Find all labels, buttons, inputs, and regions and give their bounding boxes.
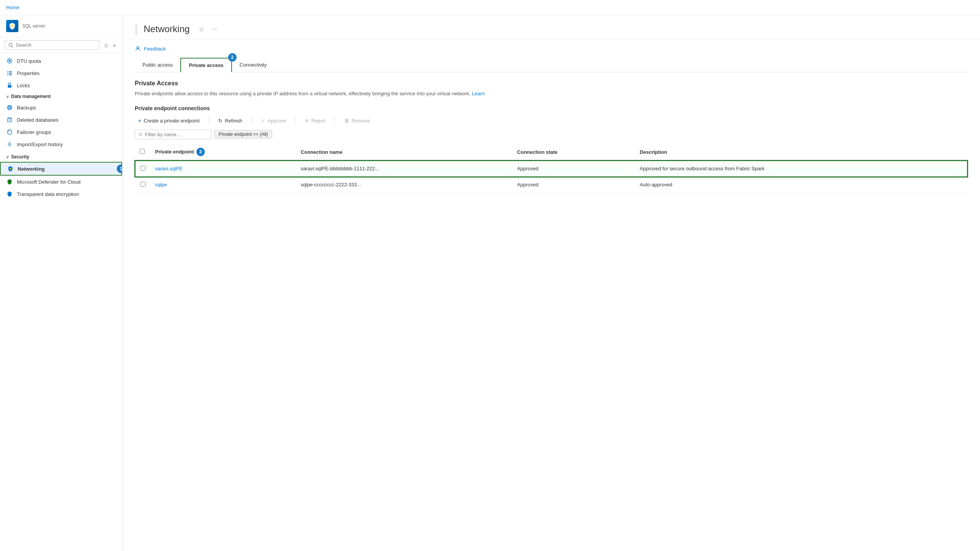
step-badge-3: 3 xyxy=(196,148,205,156)
approve-label: Approve xyxy=(268,118,286,124)
select-all-header[interactable] xyxy=(135,144,150,161)
deleted-databases-icon xyxy=(6,116,13,123)
toolbar-separator-4 xyxy=(335,117,335,125)
content-area: | Networking ☆ ··· Feedback Public acces… xyxy=(122,15,980,551)
sidebar-item-dtu-quota-label: DTU quota xyxy=(17,58,41,64)
collapse-button[interactable]: « xyxy=(111,41,118,50)
sidebar-item-deleted-databases[interactable]: Deleted databases xyxy=(0,114,122,126)
security-label: Security xyxy=(11,154,29,160)
plus-icon: + xyxy=(138,117,141,124)
svg-rect-7 xyxy=(7,74,8,75)
defender-icon xyxy=(6,178,13,185)
create-private-endpoint-button[interactable]: + Create a private endpoint xyxy=(135,116,203,126)
sidebar-item-transparent-encryption-label: Transparent data encryption xyxy=(17,191,79,197)
title-separator: | xyxy=(135,23,137,35)
column-connection-name: Connection name xyxy=(296,144,513,161)
sidebar-item-transparent-encryption[interactable]: Transparent data encryption xyxy=(0,188,122,200)
tab-private-access[interactable]: Private access 2 xyxy=(180,58,232,72)
sidebar-item-properties[interactable]: Properties xyxy=(0,67,122,79)
import-export-icon xyxy=(6,141,13,148)
approve-icon: ✓ xyxy=(261,118,265,124)
more-options-button[interactable]: ··· xyxy=(210,24,218,34)
remove-button[interactable]: 🗑 Remove xyxy=(341,116,373,125)
column-connection-state: Connection state xyxy=(513,144,635,161)
sidebar-item-failover-groups[interactable]: Failover groups xyxy=(0,126,122,138)
filter-search-box[interactable] xyxy=(135,130,211,139)
sidebar-item-locks[interactable]: Locks xyxy=(0,79,122,91)
dtu-icon xyxy=(6,57,13,64)
approve-button[interactable]: ✓ Approve xyxy=(258,116,289,125)
select-all-checkbox[interactable] xyxy=(140,149,145,154)
toolbar-separator-2 xyxy=(252,117,252,125)
remove-icon: 🗑 xyxy=(344,118,349,124)
sidebar: SQL server ◇ « DTU quota xyxy=(0,15,122,551)
row2-connection-name-cell: sqlpe-cccccccc-2222-333... xyxy=(296,177,513,193)
reject-label: Reject xyxy=(311,118,325,124)
sidebar-item-networking[interactable]: Networking 1 xyxy=(0,162,122,176)
locks-icon xyxy=(6,82,13,89)
svg-rect-6 xyxy=(7,73,8,73)
search-input[interactable] xyxy=(16,42,96,48)
networking-icon xyxy=(7,165,14,172)
svg-point-4 xyxy=(8,60,10,62)
favorite-button[interactable]: ☆ xyxy=(197,24,206,34)
main-container: SQL server ◇ « DTU quota xyxy=(0,15,980,551)
row2-private-endpoint-link[interactable]: sqlpe xyxy=(155,182,167,187)
column-description: Description xyxy=(635,144,967,161)
sidebar-item-import-export[interactable]: Import/Export history xyxy=(0,138,122,150)
row1-private-endpoint-cell: saravi.sqlPE xyxy=(150,161,296,177)
sidebar-item-networking-label: Networking xyxy=(18,166,45,172)
learn-more-link[interactable]: Learn xyxy=(472,91,485,96)
sidebar-item-dtu-quota[interactable]: DTU quota xyxy=(0,55,122,67)
filter-search-icon xyxy=(138,132,143,137)
filter-bar: Private endpoint == (All) xyxy=(135,130,968,139)
failover-icon xyxy=(6,129,13,135)
svg-point-17 xyxy=(137,47,139,49)
refresh-button[interactable]: ↻ Refresh xyxy=(215,116,245,125)
feedback-bar[interactable]: Feedback xyxy=(135,46,968,52)
row1-checkbox[interactable] xyxy=(140,166,145,171)
section-desc: Private endpoints allow access to this r… xyxy=(135,90,968,98)
sidebar-item-locks-label: Locks xyxy=(17,83,30,88)
refresh-label: Refresh xyxy=(225,118,242,124)
step-badge-1: 1 xyxy=(117,165,122,173)
table-toolbar: + Create a private endpoint ↻ Refresh ✓ … xyxy=(135,116,968,126)
sidebar-item-defender[interactable]: Microsoft Defender for Cloud xyxy=(0,176,122,188)
security-section[interactable]: ∨ Security xyxy=(0,152,122,162)
toolbar-separator-1 xyxy=(209,117,209,125)
toolbar-separator-3 xyxy=(295,117,296,125)
sidebar-item-backups-label: Backups xyxy=(17,105,36,111)
svg-point-16 xyxy=(10,168,11,170)
svg-point-1 xyxy=(9,43,12,46)
data-management-section[interactable]: ∨ Data management xyxy=(0,91,122,101)
backups-icon xyxy=(6,104,13,111)
row2-description-cell: Auto-approved xyxy=(635,177,967,193)
feedback-icon xyxy=(135,46,141,52)
svg-rect-11 xyxy=(8,85,11,88)
tab-public-access[interactable]: Public access xyxy=(135,58,180,72)
table-row: sqlpe sqlpe-cccccccc-2222-333... Approve… xyxy=(135,177,967,193)
reject-button[interactable]: ✕ Reject xyxy=(302,116,328,125)
table-header-row: Private endpoint 3 Connection name Conne… xyxy=(135,144,967,161)
filter-input[interactable] xyxy=(145,132,208,137)
reject-icon: ✕ xyxy=(305,118,309,124)
tab-connectivity[interactable]: Connectivity xyxy=(232,58,274,72)
search-icon xyxy=(8,42,13,48)
search-box[interactable] xyxy=(5,40,100,50)
encryption-icon xyxy=(6,191,13,197)
sidebar-action-buttons: ◇ « xyxy=(103,41,118,50)
row1-select-cell[interactable] xyxy=(135,161,150,177)
sidebar-search-area: ◇ « xyxy=(0,37,122,53)
sql-server-icon xyxy=(6,20,18,32)
home-link[interactable]: Home xyxy=(6,5,20,10)
row1-private-endpoint-link[interactable]: saravi.sqlPE xyxy=(155,166,183,171)
filter-button[interactable]: ◇ xyxy=(103,41,110,50)
row2-select-cell[interactable] xyxy=(135,177,150,193)
page-header: | Networking ☆ ··· xyxy=(122,15,980,39)
filter-tag[interactable]: Private endpoint == (All) xyxy=(214,130,272,139)
top-bar: Home xyxy=(0,0,980,15)
row2-checkbox[interactable] xyxy=(140,182,145,187)
sidebar-item-backups[interactable]: Backups xyxy=(0,101,122,114)
svg-point-15 xyxy=(7,130,12,134)
row2-connection-state-cell: Approved xyxy=(513,177,635,193)
